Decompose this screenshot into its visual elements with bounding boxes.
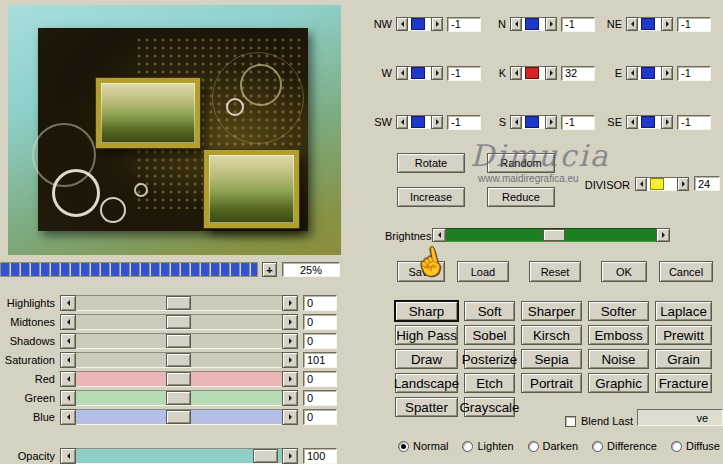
slider-thumb[interactable]: [166, 353, 191, 367]
preset-button-grain[interactable]: Grain: [655, 349, 712, 369]
preset-button-noise[interactable]: Noise: [588, 349, 649, 369]
slider-left-arrow[interactable]: [396, 66, 408, 80]
slider-right-arrow[interactable]: [282, 333, 298, 349]
slider-left-arrow[interactable]: [635, 177, 647, 191]
shadows-slider[interactable]: [60, 333, 298, 349]
load-button[interactable]: Load: [457, 261, 509, 282]
slider-track[interactable]: [638, 66, 661, 80]
rotate-button[interactable]: Rotate: [397, 153, 465, 173]
preset-button-kirsch[interactable]: Kirsch: [521, 325, 582, 345]
slider-right-arrow[interactable]: [661, 17, 673, 31]
preset-button-sobel[interactable]: Sobel: [464, 325, 515, 345]
slider-track[interactable]: [76, 448, 282, 464]
slider-left-arrow[interactable]: [60, 390, 76, 406]
green-slider[interactable]: [60, 390, 298, 406]
kernel-value-k[interactable]: 32: [561, 66, 595, 81]
preset-button-sharp[interactable]: Sharp: [395, 301, 458, 321]
radio-icon[interactable]: [398, 441, 409, 452]
kernel-value-e[interactable]: -1: [677, 66, 711, 81]
red-slider[interactable]: [60, 371, 298, 387]
slider-thumb[interactable]: [411, 18, 425, 30]
preset-button-spatter[interactable]: Spatter: [395, 397, 458, 417]
preview-image[interactable]: [8, 5, 341, 255]
slider-track[interactable]: [638, 115, 661, 129]
opacity-value[interactable]: 100: [303, 448, 337, 464]
slider-left-arrow[interactable]: [60, 314, 76, 330]
slider-thumb[interactable]: [525, 18, 539, 30]
slider-track[interactable]: [76, 295, 282, 311]
slider-right-arrow[interactable]: [661, 115, 673, 129]
blend-mode-lighten[interactable]: Lighten: [462, 440, 513, 452]
slider-thumb[interactable]: [641, 67, 655, 79]
radio-icon[interactable]: [528, 441, 539, 452]
slider-thumb[interactable]: [525, 116, 539, 128]
blend-mode-darken[interactable]: Darken: [528, 440, 578, 452]
slider-thumb[interactable]: [166, 391, 191, 405]
red-value[interactable]: 0: [303, 371, 337, 387]
radio-icon[interactable]: [671, 441, 682, 452]
reset-button[interactable]: Reset: [529, 261, 581, 282]
kernel-value-ne[interactable]: -1: [677, 17, 711, 32]
slider-thumb[interactable]: [641, 18, 655, 30]
slider-track[interactable]: [408, 115, 431, 129]
slider-track[interactable]: [76, 371, 282, 387]
saturation-value[interactable]: 101: [303, 352, 337, 368]
slider-right-arrow[interactable]: [431, 17, 443, 31]
brightness-slider[interactable]: [432, 228, 670, 242]
radio-icon[interactable]: [462, 441, 473, 452]
slider-thumb[interactable]: [543, 229, 565, 241]
blend-last-checkbox[interactable]: Blend Last: [565, 415, 633, 427]
slider-thumb[interactable]: [650, 178, 664, 190]
blend-mode-normal[interactable]: Normal: [398, 440, 448, 452]
opacity-slider[interactable]: [60, 448, 298, 464]
kernel-slider-sw[interactable]: [396, 115, 443, 129]
slider-left-arrow[interactable]: [626, 115, 638, 129]
kernel-value-sw[interactable]: -1: [447, 115, 481, 130]
slider-right-arrow[interactable]: [282, 409, 298, 425]
midtones-slider[interactable]: [60, 314, 298, 330]
preset-button-graphic[interactable]: Graphic: [588, 373, 649, 393]
slider-left-arrow[interactable]: [396, 115, 408, 129]
divisor-value[interactable]: 24: [694, 176, 720, 191]
kernel-slider-se[interactable]: [626, 115, 673, 129]
slider-right-arrow[interactable]: [545, 66, 557, 80]
slider-right-arrow[interactable]: [282, 390, 298, 406]
blend-combo-partial[interactable]: ve: [637, 409, 723, 426]
slider-track[interactable]: [76, 314, 282, 330]
slider-thumb[interactable]: [166, 372, 191, 386]
preset-button-draw[interactable]: Draw: [395, 349, 458, 369]
slider-right-arrow[interactable]: [677, 177, 689, 191]
reduce-button[interactable]: Reduce: [487, 187, 555, 207]
slider-right-arrow[interactable]: [545, 115, 557, 129]
ok-button[interactable]: OK: [601, 261, 647, 282]
slider-right-arrow[interactable]: [661, 66, 673, 80]
blue-value[interactable]: 0: [303, 409, 337, 425]
preset-button-fracture[interactable]: Fracture: [655, 373, 712, 393]
slider-track[interactable]: [638, 17, 661, 31]
slider-track[interactable]: [522, 66, 545, 80]
slider-right-arrow[interactable]: [282, 352, 298, 368]
slider-thumb[interactable]: [525, 67, 539, 79]
slider-track[interactable]: [647, 177, 677, 191]
kernel-slider-e[interactable]: [626, 66, 673, 80]
slider-track[interactable]: [408, 17, 431, 31]
slider-left-arrow[interactable]: [60, 352, 76, 368]
preset-button-prewitt[interactable]: Prewitt: [655, 325, 712, 345]
slider-right-arrow[interactable]: [431, 115, 443, 129]
slider-thumb[interactable]: [166, 315, 191, 329]
kernel-value-nw[interactable]: -1: [447, 17, 481, 32]
divisor-slider[interactable]: [635, 177, 689, 191]
save-button[interactable]: Save: [397, 261, 445, 282]
kernel-value-w[interactable]: -1: [447, 66, 481, 81]
preset-button-grayscale[interactable]: Grayscale: [464, 397, 515, 417]
slider-left-arrow[interactable]: [432, 228, 446, 242]
preset-button-softer[interactable]: Softer: [588, 301, 649, 321]
preset-button-etch[interactable]: Etch: [464, 373, 515, 393]
slider-track[interactable]: [408, 66, 431, 80]
slider-track[interactable]: [522, 17, 545, 31]
slider-thumb[interactable]: [641, 116, 655, 128]
kernel-value-n[interactable]: -1: [561, 17, 595, 32]
slider-track[interactable]: [522, 115, 545, 129]
slider-right-arrow[interactable]: [282, 448, 298, 464]
slider-left-arrow[interactable]: [396, 17, 408, 31]
